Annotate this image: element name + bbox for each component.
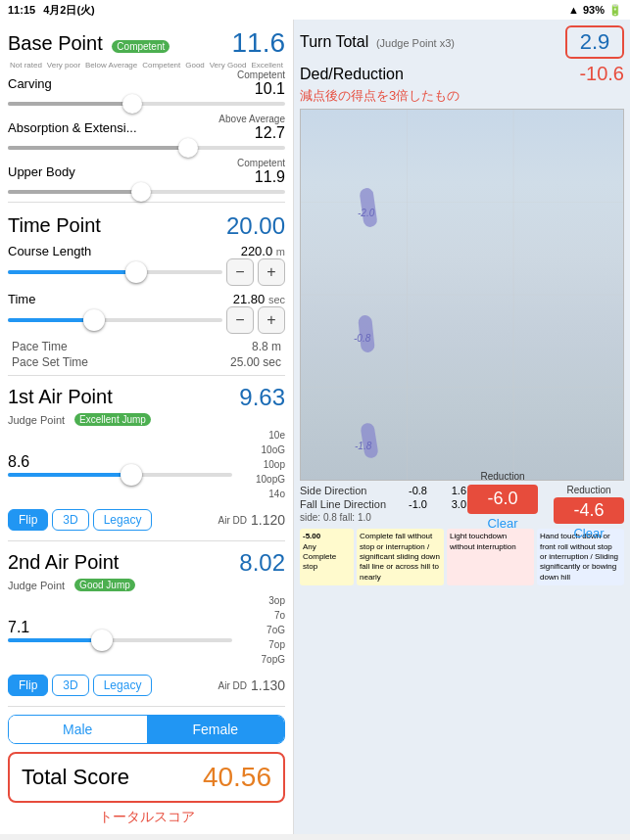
pace-time-label: Pace Time <box>12 340 68 353</box>
air-1-slider[interactable] <box>8 473 232 477</box>
female-btn[interactable]: Female <box>147 716 285 743</box>
flip-btn-2[interactable]: Flip <box>8 675 48 696</box>
fall-line-label: Fall Line Direction <box>300 498 388 510</box>
note-desc-1: Complete fall without stop or interrupti… <box>360 532 440 582</box>
reduction-2-section: Reduction -6.0 Clear <box>467 470 538 532</box>
deduction-1: -2.0 <box>358 208 374 218</box>
wifi-icon: ▲ <box>568 4 579 16</box>
absorption-label: Absorption & Extensi... <box>8 120 137 135</box>
pace-time-row: Pace Time 8.8 m <box>8 340 285 353</box>
pace-time-value: 8.8 m <box>252 340 281 353</box>
signal-strength: 93% <box>583 4 605 16</box>
absorption-slider[interactable] <box>8 146 285 150</box>
legacy-btn-2[interactable]: Legacy <box>93 675 153 696</box>
data-rows: Side Direction -0.8 1.6 Fall Line Direct… <box>300 485 624 523</box>
course-length-value: 220.0 m <box>241 244 285 258</box>
deduction-2: -0.8 <box>354 333 370 344</box>
judge-point-2-label: Judge Point <box>8 580 65 591</box>
judge-point-2-row: Judge Point Good Jump <box>8 579 285 591</box>
main-container: Base Point Competent 11.6 Not rated Very… <box>0 20 630 834</box>
air-point-1-section: 1st Air Point 9.63 Judge Point Excellent… <box>8 384 285 535</box>
slope-grid-svg <box>301 110 623 480</box>
judge-point-1-row: Judge Point Excellent Jump <box>8 413 285 426</box>
time-minus-btn[interactable]: − <box>226 306 254 334</box>
3d-btn-1[interactable]: 3D <box>52 509 88 531</box>
jump-badge-2: Good Jump <box>74 579 135 591</box>
base-point-total: 11.6 <box>232 27 286 59</box>
annotation-text: 減点後の得点を3倍したもの <box>300 87 624 105</box>
course-length-slider[interactable] <box>8 262 222 282</box>
course-length-plus-btn[interactable]: + <box>258 258 285 286</box>
air-dd-2-value: 1.130 <box>251 677 285 693</box>
note-value-1: -5.00 <box>303 532 351 541</box>
carving-slider[interactable] <box>8 102 285 106</box>
air-2-slider-area: 7.1 3op 7o 7oG 7op 7opG <box>8 593 285 667</box>
air-point-2-title: 2nd Air Point <box>8 551 119 574</box>
air-2-judge-value: 7.1 <box>8 619 232 636</box>
divider-3 <box>8 540 285 541</box>
time-slider[interactable] <box>8 310 222 330</box>
air-point-1-value: 9.63 <box>239 384 285 411</box>
side-direction-val2: 1.6 <box>427 485 466 496</box>
time-plus-btn[interactable]: + <box>258 306 285 334</box>
turn-total-sublabel: (Judge Point x3) <box>376 37 455 49</box>
air-dd-2-label: Air DD <box>218 680 247 691</box>
slope-area: -2.0 -0.8 -1.8 <box>300 109 624 481</box>
side-direction-label: Side Direction <box>300 485 388 496</box>
reduction-2-value: -6.0 <box>467 485 538 513</box>
course-length-minus-btn[interactable]: − <box>226 258 254 286</box>
clear-1-btn[interactable]: Clear <box>554 526 624 540</box>
ded-label: Ded/Reduction <box>300 66 404 83</box>
time-label: Time <box>8 292 35 306</box>
air-1-judge-value: 8.6 <box>8 453 232 471</box>
note-card-3: Light touchdown without interruption Red… <box>447 529 534 585</box>
gender-selector: Male Female <box>8 715 285 744</box>
battery-icon: 🔋 <box>608 4 622 17</box>
total-score-label: Total Score <box>22 765 129 790</box>
base-point-section: Base Point Competent 11.6 Not rated Very… <box>8 27 285 194</box>
air-1-slider-area: 8.6 10e 10oG 10op 10opG 14o <box>8 428 285 501</box>
air-2-slider[interactable] <box>8 638 232 642</box>
flip-btn-1[interactable]: Flip <box>8 509 48 531</box>
air-point-2-section: 2nd Air Point 8.02 Judge Point Good Jump… <box>8 549 285 700</box>
total-score-value: 40.56 <box>203 762 271 793</box>
course-length-slider-row: − + <box>8 258 285 286</box>
status-date: 4月2日(火) <box>43 3 95 18</box>
reduction-1-value: -4.6 <box>554 497 624 524</box>
note-card-2: Complete fall without stop or interrupti… <box>357 529 444 585</box>
base-point-badge: Competent <box>112 40 170 53</box>
note-detail-1: Any Complete stop <box>303 542 351 573</box>
air-2-toggle-group: Flip 3D Legacy <box>8 675 152 696</box>
ded-value: -10.6 <box>579 63 624 85</box>
total-score-subtitle: トータルスコア <box>8 809 285 826</box>
divider-1 <box>8 202 285 203</box>
legacy-btn-1[interactable]: Legacy <box>93 509 153 531</box>
status-bar: 11:15 4月2日(火) ▲ 93% 🔋 <box>0 0 630 20</box>
note-card-1: -5.00 Any Complete stop <box>300 529 354 585</box>
time-point-section: Time Point 20.00 Course Length 220.0 m <box>8 212 285 369</box>
air-dd-1-label: Air DD <box>218 515 247 526</box>
ded-row: Ded/Reduction -10.6 <box>300 63 624 85</box>
upper-body-row: Upper Body Competent 11.9 <box>8 158 285 194</box>
3d-btn-2[interactable]: 3D <box>52 675 88 696</box>
air-1-toggle-group: Flip 3D Legacy <box>8 509 152 531</box>
turn-total-label-area: Turn Total (Judge Point x3) <box>300 33 455 51</box>
turn-total-row: Turn Total (Judge Point x3) 2.9 <box>300 25 624 59</box>
carving-row: Carving Competent 10.1 <box>8 70 285 106</box>
note-pink-1: Light touchdown without interruption <box>450 532 516 550</box>
reduction-1-label: Reduction <box>554 485 624 495</box>
upper-body-value: 11.9 <box>237 168 285 186</box>
air-2-jump-list: 3op 7o 7oG 7op 7opG <box>236 593 285 667</box>
air-2-bottom: Flip 3D Legacy Air DD 1.130 <box>8 671 285 700</box>
right-panel: Turn Total (Judge Point x3) 2.9 Ded/Redu… <box>294 20 630 834</box>
time-slider-row: − + <box>8 306 285 334</box>
turn-total-label: Turn Total <box>300 33 368 50</box>
judge-point-1-label: Judge Point <box>8 414 65 426</box>
air-1-jump-list: 10e 10oG 10op 10opG 14o <box>236 428 285 501</box>
carving-badge: Competent <box>237 70 285 80</box>
clear-2-btn[interactable]: Clear <box>467 516 538 533</box>
pace-set-time-row: Pace Set Time 25.00 sec <box>8 355 285 369</box>
upper-body-slider[interactable] <box>8 190 285 194</box>
male-btn[interactable]: Male <box>9 716 147 743</box>
course-length-label: Course Length <box>8 244 91 258</box>
